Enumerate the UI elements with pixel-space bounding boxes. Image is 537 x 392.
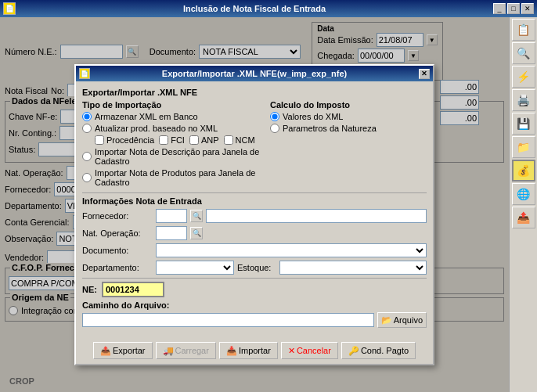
ne-label: NE: — [82, 285, 97, 294]
chk-anp-label: ANP — [201, 135, 219, 145]
importar-button[interactable]: 📥 Importar — [219, 342, 278, 359]
modal-departamento-select[interactable] — [156, 261, 234, 275]
radio-parametros-label: Parametros da Natureza — [283, 124, 377, 133]
modal-icon: 📄 — [79, 68, 90, 79]
cancelar-icon: ✕ — [288, 346, 295, 356]
toolbar-btn-2[interactable]: 🔍 — [512, 42, 535, 64]
modal-nat-op-input[interactable] — [156, 226, 187, 240]
ne-input[interactable] — [102, 282, 164, 297]
radio-atualizar-label: Atualizar prod. baseado no XML — [95, 124, 218, 133]
tipo-importacao-title: Tipo de Importação — [82, 100, 264, 110]
arquivo-icon: 📂 — [381, 315, 392, 325]
exportar-icon: 📤 — [100, 346, 111, 356]
cond-pagto-label: Cond. Pagto — [361, 346, 409, 355]
modal-title: Exportar/Importar .XML NFE(w_imp_exp_nfe… — [90, 69, 419, 78]
chk-procedencia-label: Procedência — [106, 135, 154, 145]
radio-armazenar-label: Armazenar XML em Banco — [95, 112, 198, 121]
cancelar-label: Cancelar — [297, 346, 331, 355]
modal-close-button[interactable]: ✕ — [419, 69, 430, 79]
chk-ncm[interactable] — [224, 135, 233, 145]
chk-anp[interactable] — [189, 135, 199, 145]
radio-valores-xml-label: Valores do XML — [283, 112, 343, 121]
cond-pagto-icon: 🔑 — [348, 346, 359, 356]
modal-estoque-label: Estoque: — [237, 263, 276, 272]
exportar-label: Exportar — [113, 346, 146, 355]
app-icon: 📄 — [3, 2, 16, 15]
toolbar-btn-4[interactable]: 🖨️ — [512, 89, 535, 111]
toolbar-btn-5[interactable]: 💾 — [512, 113, 535, 135]
radio-importar-produtos[interactable] — [82, 173, 92, 182]
radio-atualizar[interactable] — [82, 124, 92, 133]
importar-label: Importar — [239, 346, 271, 355]
cancelar-button[interactable]: ✕ Cancelar — [281, 342, 338, 359]
info-nota-title: Informações Nota de Entrada — [82, 196, 427, 206]
toolbar-btn-7[interactable]: 💰 — [512, 160, 535, 182]
toolbar-btn-3[interactable]: ⚡ — [512, 66, 535, 88]
title-bar: 📄 Inclusão de Nota Fiscal de Entrada _ □… — [0, 0, 537, 17]
arquivo-label: Arquivo — [394, 315, 423, 325]
modal-overlay: 📄 Exportar/Importar .XML NFE(w_imp_exp_n… — [0, 17, 509, 392]
right-toolbar: 📋 🔍 ⚡ 🖨️ 💾 📁 💰 🌐 📤 — [509, 17, 537, 392]
modal-estoque-select[interactable] — [279, 261, 427, 275]
close-button[interactable]: ✕ — [521, 3, 534, 14]
maximize-button[interactable]: □ — [507, 3, 520, 14]
chk-ncm-label: NCM — [236, 135, 255, 145]
modal-fornecedor-input[interactable] — [156, 209, 187, 223]
window-title: Inclusão de Nota Fiscal de Entrada — [16, 4, 493, 13]
carregar-label: Carregar — [175, 346, 209, 355]
importar-icon: 📥 — [226, 346, 237, 356]
calculo-imposto-title: Calculo do Imposto — [270, 100, 427, 110]
modal-footer: 📤 Exportar 🚚 Carregar 📥 Importar ✕ Cance… — [76, 339, 433, 364]
modal-fornecedor-desc[interactable] — [206, 209, 427, 223]
modal-departamento-label: Departamento: — [82, 263, 153, 272]
main-form-area: Número N.E.: 🔍 Documento: NOTA FISCAL Da… — [0, 17, 509, 392]
arquivo-button[interactable]: 📂 Arquivo — [377, 312, 427, 328]
modal-fornecedor-lookup[interactable]: 🔍 — [190, 210, 203, 222]
modal-section-exportar: Exportar/Importar .XML NFE — [82, 88, 427, 97]
exportar-button[interactable]: 📤 Exportar — [93, 342, 153, 359]
radio-armazenar[interactable] — [82, 112, 92, 121]
chk-fci-label: FCI — [171, 135, 185, 145]
modal-documento-label: Documento: — [82, 246, 153, 255]
radio-importar-produtos-label: Importar Nota de Produtos para Janela de… — [95, 168, 264, 187]
toolbar-btn-8[interactable]: 🌐 — [512, 183, 535, 205]
caminho-input[interactable] — [82, 313, 374, 327]
toolbar-btn-9[interactable]: 📤 — [512, 207, 535, 228]
modal-dialog: 📄 Exportar/Importar .XML NFE(w_imp_exp_n… — [74, 64, 434, 365]
radio-importar-descricao-label: Importar Nota de Descrição para Janela d… — [95, 147, 264, 166]
modal-documento-select[interactable] — [156, 243, 427, 257]
carregar-icon: 🚚 — [163, 346, 174, 356]
modal-fornecedor-label: Fornecedor: — [82, 211, 153, 221]
toolbar-btn-6[interactable]: 📁 — [512, 136, 535, 158]
caminho-label: Caminho do Arquivo: — [82, 300, 427, 310]
carregar-button[interactable]: 🚚 Carregar — [156, 342, 216, 359]
chk-procedencia[interactable] — [95, 135, 104, 145]
modal-nat-op-lookup[interactable]: 🔍 — [190, 227, 203, 239]
minimize-button[interactable]: _ — [493, 3, 506, 14]
modal-nat-op-label: Nat. Operação: — [82, 228, 153, 238]
radio-valores-xml[interactable] — [270, 112, 279, 121]
toolbar-btn-1[interactable]: 📋 — [512, 19, 535, 41]
modal-title-bar: 📄 Exportar/Importar .XML NFE(w_imp_exp_n… — [76, 66, 433, 81]
radio-parametros[interactable] — [270, 124, 279, 133]
radio-importar-descricao[interactable] — [82, 152, 92, 161]
cond-pagto-button[interactable]: 🔑 Cond. Pagto — [341, 342, 416, 359]
chk-fci[interactable] — [159, 135, 168, 145]
